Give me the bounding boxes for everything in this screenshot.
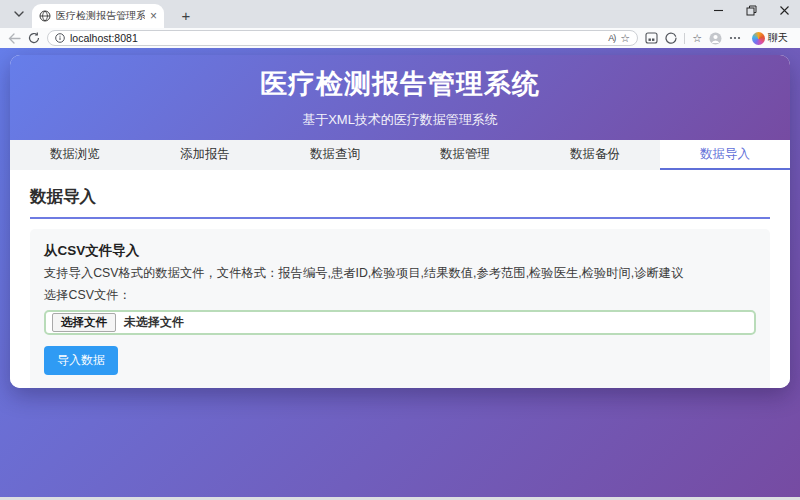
- copilot-label: 聊天: [768, 31, 788, 45]
- import-data-button[interactable]: 导入数据: [44, 346, 118, 375]
- tab-data-query[interactable]: 数据查询: [270, 140, 400, 170]
- collections-icon[interactable]: [645, 32, 658, 44]
- tab-data-manage[interactable]: 数据管理: [400, 140, 530, 170]
- read-aloud-icon[interactable]: A): [608, 33, 615, 43]
- window-controls: [713, 5, 790, 16]
- section-title: 数据导入: [30, 186, 770, 219]
- favorites-bar-star-icon[interactable]: ☆: [692, 33, 702, 44]
- back-icon[interactable]: [8, 33, 21, 44]
- import-card-title: 从CSV文件导入: [44, 242, 756, 260]
- page-background: 医疗检测报告管理系统 基于XML技术的医疗数据管理系统 数据浏览 添加报告 数据…: [0, 48, 800, 497]
- browser-tab[interactable]: 医疗检测报告管理系统 ×: [32, 4, 164, 28]
- new-tab-icon[interactable]: +: [176, 8, 196, 23]
- tab-data-import[interactable]: 数据导入: [660, 140, 790, 170]
- file-select-label: 选择CSV文件：: [44, 287, 756, 304]
- content-panel: 数据导入 从CSV文件导入 支持导入CSV格式的数据文件，文件格式：报告编号,患…: [10, 170, 790, 388]
- refresh-icon[interactable]: [28, 32, 40, 44]
- copilot-icon: [752, 32, 765, 45]
- app-container: 医疗检测报告管理系统 基于XML技术的医疗数据管理系统 数据浏览 添加报告 数据…: [10, 55, 790, 388]
- address-bar[interactable]: localhost:8081 A) ☆: [47, 30, 638, 46]
- browser-tab-bar: 医疗检测报告管理系统 × +: [0, 0, 800, 28]
- tab-add-report[interactable]: 添加报告: [140, 140, 270, 170]
- import-description: 支持导入CSV格式的数据文件，文件格式：报告编号,患者ID,检验项目,结果数值,…: [44, 266, 756, 282]
- app-header: 医疗检测报告管理系统 基于XML技术的医疗数据管理系统: [10, 55, 790, 140]
- file-status-text: 未选择文件: [124, 314, 184, 331]
- add-favorite-star-icon[interactable]: ☆: [620, 33, 630, 44]
- page-subtitle: 基于XML技术的医疗数据管理系统: [302, 111, 498, 129]
- tab-title: 医疗检测报告管理系统: [56, 9, 145, 23]
- more-menu-icon[interactable]: [729, 36, 741, 40]
- browser-essentials-icon[interactable]: [665, 32, 677, 44]
- main-nav: 数据浏览 添加报告 数据查询 数据管理 数据备份 数据导入: [10, 140, 790, 170]
- toolbar-separator: [684, 33, 685, 44]
- close-window-icon[interactable]: [779, 5, 790, 16]
- tab-search-chevron-icon[interactable]: [8, 3, 30, 25]
- tab-data-backup[interactable]: 数据备份: [530, 140, 660, 170]
- csv-file-input[interactable]: 选择文件 未选择文件: [44, 310, 756, 335]
- browser-window: 医疗检测报告管理系统 × + localhost:8081 A) ☆: [0, 0, 800, 500]
- page-title: 医疗检测报告管理系统: [260, 66, 540, 102]
- profile-avatar-icon[interactable]: [709, 32, 722, 45]
- tab-data-browse[interactable]: 数据浏览: [10, 140, 140, 170]
- site-info-icon[interactable]: [55, 33, 65, 43]
- browser-toolbar: localhost:8081 A) ☆ ☆ 聊天: [0, 28, 800, 48]
- globe-favicon-icon: [39, 10, 51, 22]
- tab-close-icon[interactable]: ×: [150, 10, 157, 22]
- minimize-icon[interactable]: [713, 5, 724, 16]
- csv-import-card: 从CSV文件导入 支持导入CSV格式的数据文件，文件格式：报告编号,患者ID,检…: [30, 229, 770, 388]
- restore-icon[interactable]: [746, 5, 757, 16]
- choose-file-button[interactable]: 选择文件: [52, 313, 116, 332]
- copilot-button[interactable]: 聊天: [748, 31, 792, 45]
- url-text[interactable]: localhost:8081: [70, 32, 603, 44]
